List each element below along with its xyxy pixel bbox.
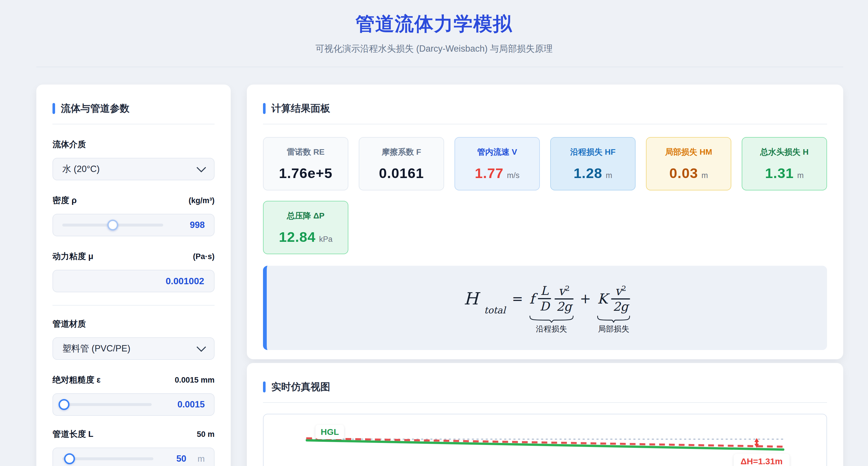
density-value: 998 <box>173 220 205 230</box>
accent-bar <box>53 103 55 114</box>
card-value: 12.84 <box>279 229 316 245</box>
card-value: 1.77 <box>475 165 503 181</box>
header-divider <box>36 67 843 67</box>
pipe-length-slider-box: 50 m <box>53 447 215 466</box>
pipe-material-value: 塑料管 (PVC/PE) <box>62 343 130 355</box>
viscosity-input-box <box>53 270 215 292</box>
roughness-slider-box: 0.0015 <box>53 393 215 416</box>
results-header: 计算结果面板 <box>263 102 827 115</box>
viscosity-input[interactable] <box>62 275 205 287</box>
viscosity-label: 动力粘度 μ <box>53 251 93 262</box>
divider <box>53 124 215 124</box>
viscosity-unit-label: (Pa·s) <box>193 252 215 261</box>
card-value: 0.0161 <box>379 165 424 181</box>
density-slider[interactable] <box>62 224 163 227</box>
formula-friction-term: f L D v2 2g 沿程损失 <box>529 284 574 314</box>
card-unit: m <box>701 171 708 180</box>
density-label: 密度 ρ <box>53 195 77 206</box>
accent-bar <box>263 381 266 392</box>
underbrace <box>529 315 574 323</box>
accent-bar <box>263 103 266 114</box>
results-panel: 计算结果面板 雷诺数 RE 1.76e+5 摩擦系数 F 0.0161 管内流速… <box>247 85 843 359</box>
simulation-title: 实时仿真视图 <box>271 380 330 394</box>
density-slider-box: 998 <box>53 214 215 236</box>
roughness-slider-handle[interactable] <box>59 399 69 410</box>
card-title: 管内流速 V <box>477 147 517 157</box>
chevron-down-icon <box>196 342 206 352</box>
card-minor-loss: 局部损失 HM 0.03 m <box>646 137 731 191</box>
formula-H: H <box>464 289 478 309</box>
formula-minor-term: K v2 2g 局部损失 <box>597 284 630 314</box>
results-title: 计算结果面板 <box>271 102 330 115</box>
formula-plus: + <box>578 291 593 307</box>
density-unit-label: (kg/m³) <box>189 196 215 205</box>
pipe-length-label: 管道长度 L <box>53 429 93 440</box>
minor-loss-brace-label: 局部损失 <box>597 324 630 334</box>
divider <box>53 305 215 305</box>
simulation-header: 实时仿真视图 <box>263 380 827 394</box>
pipe-length-slider-handle[interactable] <box>64 453 75 464</box>
chevron-down-icon <box>196 163 206 173</box>
card-unit: m <box>606 171 612 180</box>
card-title: 摩擦系数 F <box>382 147 421 157</box>
parameters-header: 流体与管道参数 <box>53 102 215 115</box>
roughness-unit-label: 0.0015 mm <box>175 376 215 385</box>
card-title: 局部损失 HM <box>665 147 712 157</box>
card-value: 1.28 <box>574 165 602 181</box>
divider <box>263 124 827 124</box>
formula-f: f <box>529 291 535 307</box>
result-cards-grid: 雷诺数 RE 1.76e+5 摩擦系数 F 0.0161 管内流速 V 1.77… <box>263 137 827 254</box>
formula-box: H total = f L D v2 2g 沿程损失 <box>263 266 827 350</box>
card-value: 1.76e+5 <box>279 165 333 181</box>
card-pressure-drop: 总压降 ΔP 12.84 kPa <box>263 201 348 254</box>
friction-loss-brace-label: 沿程损失 <box>529 324 574 334</box>
hgl-badge: HGL <box>315 425 344 439</box>
pipe-length-value: 50 <box>163 454 186 464</box>
card-value: 1.31 <box>765 165 794 181</box>
card-velocity: 管内流速 V 1.77 m/s <box>455 137 540 191</box>
formula-H-sub: total <box>484 305 505 316</box>
card-total-head-loss: 总水头损失 H 1.31 m <box>742 137 827 191</box>
roughness-slider[interactable] <box>62 403 152 406</box>
page-title: 管道流体力学模拟 <box>0 11 868 37</box>
formula-frac-v2g-1: v2 2g <box>555 284 574 314</box>
pipe-length-value-unit: m <box>186 454 205 464</box>
fluid-medium-value: 水 (20°C) <box>62 163 100 175</box>
pipe-material-select[interactable]: 塑料管 (PVC/PE) <box>53 337 215 360</box>
card-title: 沿程损失 HF <box>570 147 615 157</box>
pipe-material-label: 管道材质 <box>53 318 86 330</box>
fluid-medium-select[interactable]: 水 (20°C) <box>53 158 215 180</box>
card-value: 0.03 <box>669 165 698 181</box>
card-friction: 摩擦系数 F 0.0161 <box>359 137 444 191</box>
card-reynolds: 雷诺数 RE 1.76e+5 <box>263 137 348 191</box>
card-unit: m/s <box>507 171 520 180</box>
density-slider-handle[interactable] <box>107 220 118 231</box>
pipe-length-slider[interactable] <box>62 457 153 460</box>
roughness-label: 绝对粗糙度 ε <box>53 374 101 386</box>
roughness-value: 0.0015 <box>161 399 205 410</box>
formula-frac-LD: L D <box>538 284 551 314</box>
page-subtitle: 可视化演示沿程水头损失 (Darcy-Weisbach) 与局部损失原理 <box>0 43 868 55</box>
fluid-medium-label: 流体介质 <box>53 139 86 150</box>
divider <box>263 402 827 403</box>
delta-h-badge: ΔH=1.31m <box>734 454 789 466</box>
card-title: 总压降 ΔP <box>287 210 325 221</box>
pipe-length-unit-label: 50 m <box>197 430 215 439</box>
formula-K: K <box>597 291 608 307</box>
formula-frac-v2g-2: v2 2g <box>611 284 630 314</box>
head-loss-formula: H total = f L D v2 2g 沿程损失 <box>464 284 630 314</box>
simulation-panel: 实时仿真视图 HGL ΔH=1.31m <box>247 363 843 466</box>
card-unit: kPa <box>319 235 333 244</box>
parameters-panel: 流体与管道参数 流体介质 水 (20°C) 密度 ρ (kg/m³) 998 动… <box>36 85 231 466</box>
underbrace <box>597 315 630 323</box>
formula-equals: = <box>510 291 525 307</box>
simulation-chart: HGL ΔH=1.31m <box>263 414 827 466</box>
card-unit: m <box>797 171 804 180</box>
card-title: 雷诺数 RE <box>287 147 325 157</box>
card-friction-loss: 沿程损失 HF 1.28 m <box>550 137 636 191</box>
card-title: 总水头损失 H <box>760 147 809 157</box>
parameters-title: 流体与管道参数 <box>61 102 129 115</box>
